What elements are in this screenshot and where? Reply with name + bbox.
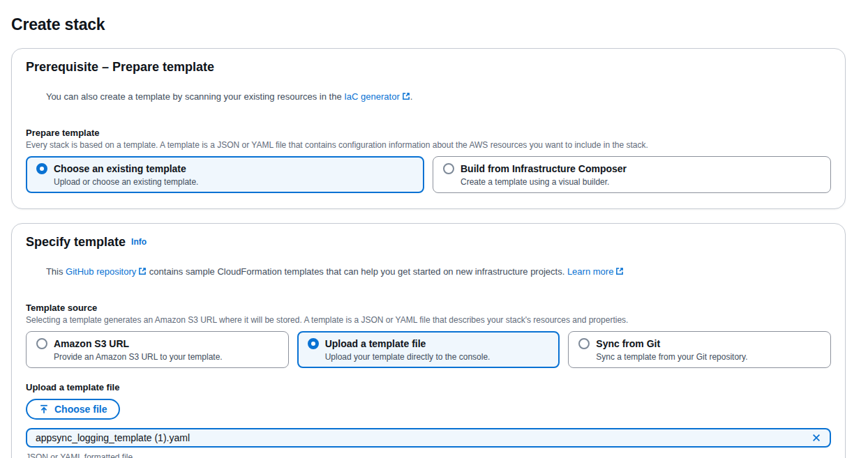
choose-file-button[interactable]: Choose file — [26, 399, 120, 420]
tile-description: Provide an Amazon S3 URL to your templat… — [54, 352, 223, 362]
radio-checked-icon[interactable] — [308, 338, 319, 349]
description-text: . — [410, 91, 413, 102]
page-title: Create stack — [11, 15, 846, 34]
tile-upload-template-file[interactable]: Upload a template file Upload your templ… — [297, 331, 560, 368]
prepare-template-label: Prepare template — [26, 128, 831, 138]
tile-amazon-s3-url[interactable]: Amazon S3 URL Provide an Amazon S3 URL t… — [26, 331, 289, 368]
radio-unchecked-icon[interactable] — [443, 163, 454, 174]
upload-template-file-label: Upload a template file — [26, 382, 831, 392]
prepare-template-description: Every stack is based on a template. A te… — [26, 140, 831, 151]
tile-choose-existing-template[interactable]: Choose an existing template Upload or ch… — [26, 156, 424, 193]
info-link[interactable]: Info — [131, 237, 147, 247]
external-link-icon — [138, 267, 147, 275]
tile-description: Sync a template from your Git repository… — [596, 352, 747, 362]
specify-template-description: This GitHub repository contains sample C… — [26, 253, 831, 291]
prerequisite-card-title: Prerequisite – Prepare template — [26, 60, 214, 74]
learn-more-link[interactable]: Learn more — [567, 266, 624, 277]
tile-label: Choose an existing template — [54, 162, 198, 176]
iac-generator-link-label: IaC generator — [344, 91, 400, 102]
tile-description: Upload or choose an existing template. — [54, 177, 198, 188]
external-link-icon — [615, 267, 624, 275]
tile-description: Create a template using a visual builder… — [461, 177, 627, 188]
uploaded-file-token: appsync_logging_template (1).yaml — [26, 428, 831, 448]
specify-template-card-title: Specify template — [26, 235, 126, 249]
specify-template-card: Specify templateInfo This GitHub reposit… — [11, 223, 846, 458]
tile-sync-from-git[interactable]: Sync from Git Sync a template from your … — [568, 331, 831, 368]
tile-description: Upload your template directly to the con… — [325, 352, 491, 362]
template-source-options: Amazon S3 URL Provide an Amazon S3 URL t… — [26, 331, 831, 368]
description-text: This — [46, 266, 66, 277]
radio-unchecked-icon[interactable] — [578, 338, 590, 349]
tile-label: Amazon S3 URL — [54, 337, 223, 351]
prepare-template-options: Choose an existing template Upload or ch… — [26, 156, 831, 193]
tile-label: Upload a template file — [325, 337, 491, 351]
close-icon — [811, 433, 821, 443]
radio-unchecked-icon[interactable] — [36, 338, 47, 349]
tile-label: Build from Infrastructure Composer — [461, 162, 627, 176]
upload-icon — [39, 404, 49, 414]
radio-checked-icon[interactable] — [36, 163, 47, 174]
github-repository-link-label: GitHub repository — [66, 266, 136, 277]
tile-label: Sync from Git — [596, 337, 747, 351]
tile-build-from-infrastructure-composer[interactable]: Build from Infrastructure Composer Creat… — [433, 156, 831, 193]
template-source-label: Template source — [26, 303, 831, 313]
iac-generator-link[interactable]: IaC generator — [344, 91, 410, 102]
choose-file-button-label: Choose file — [54, 404, 107, 415]
remove-file-button[interactable] — [810, 432, 823, 444]
file-format-hint: JSON or YAML formatted file — [26, 452, 831, 458]
create-stack-page: Create stack Prerequisite – Prepare temp… — [0, 0, 868, 458]
prerequisite-card: Prerequisite – Prepare template You can … — [11, 48, 846, 209]
description-text: You can also create a template by scanni… — [46, 91, 344, 102]
template-source-description: Selecting a template generates an Amazon… — [26, 315, 831, 326]
prerequisite-card-description: You can also create a template by scanni… — [26, 78, 831, 116]
description-text: contains sample CloudFormation templates… — [147, 266, 567, 277]
learn-more-link-label: Learn more — [567, 266, 613, 277]
uploaded-file-name: appsync_logging_template (1).yaml — [36, 432, 190, 443]
github-repository-link[interactable]: GitHub repository — [66, 266, 147, 277]
external-link-icon — [402, 92, 410, 100]
